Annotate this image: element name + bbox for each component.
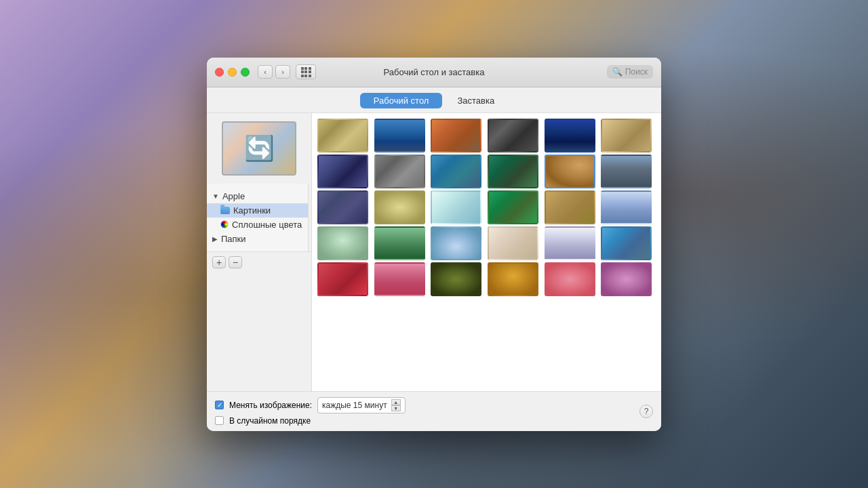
thumbnail-15[interactable] [431, 190, 481, 224]
thumbnail-9[interactable] [431, 155, 481, 188]
color-wheel-icon [220, 220, 229, 228]
sidebar-item-solid-colors[interactable]: Сплошные цвета [207, 218, 308, 232]
grid-view-button[interactable] [296, 64, 316, 79]
thumbnail-19[interactable] [317, 226, 368, 260]
thumbnail-11[interactable] [545, 155, 595, 188]
thumbnail-18[interactable] [601, 190, 652, 224]
maximize-button[interactable] [241, 68, 250, 77]
options-area: Менять изображение: каждые 15 минут ▲ ▼ … [215, 397, 406, 426]
preferences-window: ‹ › Рабочий стол и заставка 🔍 Поиск Рабо… [207, 58, 661, 431]
image-grid-area [312, 113, 661, 391]
thumbnail-5[interactable] [545, 119, 595, 152]
search-box[interactable]: 🔍 Поиск [607, 65, 653, 79]
thumbnail-8[interactable] [374, 155, 425, 188]
interval-value: каждые 15 минут [322, 401, 387, 410]
close-button[interactable] [215, 68, 224, 77]
thumbnail-3[interactable] [431, 119, 481, 152]
disclosure-icon: ▼ [212, 192, 219, 200]
thumbnail-26[interactable] [374, 262, 425, 296]
thumbnail-30[interactable] [601, 262, 652, 296]
tabbar: Рабочий стол Заставка [207, 87, 661, 113]
sidebar-solid-colors-label: Сплошные цвета [232, 220, 302, 230]
preview-thumbnail [222, 121, 296, 176]
window-title: Рабочий стол и заставка [384, 67, 485, 77]
interval-stepper[interactable]: ▲ ▼ [391, 399, 401, 411]
sidebar: ▼ Apple Картинки Сплошные цвета ▶ Папки [207, 184, 309, 251]
thumbnail-20[interactable] [374, 226, 425, 260]
change-image-label: Менять изображение: [229, 401, 312, 410]
thumbnail-23[interactable] [545, 226, 595, 260]
thumbnail-1[interactable] [317, 119, 368, 152]
thumbnail-10[interactable] [488, 155, 538, 188]
thumbnail-16[interactable] [488, 190, 538, 224]
random-order-checkbox[interactable] [215, 416, 224, 425]
thumbnail-6[interactable] [601, 119, 652, 152]
thumbnail-2[interactable] [374, 119, 425, 152]
folder-icon [220, 207, 230, 214]
thumbnail-4[interactable] [488, 119, 538, 152]
titlebar: ‹ › Рабочий стол и заставка 🔍 Поиск [207, 58, 661, 87]
forward-button[interactable]: › [275, 65, 290, 79]
stepper-down[interactable]: ▼ [391, 405, 401, 411]
bottom-bar: Менять изображение: каждые 15 минут ▲ ▼ … [207, 391, 661, 431]
back-button[interactable]: ‹ [258, 65, 273, 79]
content-area: ▼ Apple Картинки Сплошные цвета ▶ Папки … [207, 113, 661, 391]
random-order-label: В случайном порядке [229, 416, 311, 426]
thumbnail-22[interactable] [488, 226, 538, 260]
nav-buttons: ‹ › [258, 65, 290, 79]
change-image-row: Менять изображение: каждые 15 минут ▲ ▼ [215, 397, 406, 413]
thumbnail-24[interactable] [601, 226, 652, 260]
traffic-lights [215, 68, 250, 77]
add-button[interactable]: + [212, 256, 226, 268]
disclosure-icon-folders: ▶ [212, 235, 218, 243]
thumbnail-28[interactable] [488, 262, 538, 296]
sidebar-apple-label: Apple [222, 191, 245, 201]
add-remove-bar: + − [207, 251, 311, 272]
help-button[interactable]: ? [639, 405, 653, 418]
minimize-button[interactable] [228, 68, 237, 77]
preview-area [207, 113, 312, 184]
thumbnail-27[interactable] [431, 262, 481, 296]
thumbnail-12[interactable] [601, 155, 652, 188]
thumbnail-25[interactable] [317, 262, 368, 296]
sidebar-pictures-label: Картинки [233, 205, 271, 216]
tab-screensaver[interactable]: Заставка [443, 93, 508, 108]
thumbnail-13[interactable] [317, 190, 368, 224]
tab-desktop[interactable]: Рабочий стол [360, 93, 443, 108]
thumbnail-17[interactable] [545, 190, 595, 224]
stepper-up[interactable]: ▲ [391, 399, 401, 405]
sidebar-item-folders[interactable]: ▶ Папки [207, 232, 308, 246]
image-grid [315, 116, 658, 299]
thumbnail-7[interactable] [317, 155, 368, 188]
change-image-checkbox[interactable] [215, 401, 224, 409]
thumbnail-29[interactable] [545, 262, 595, 296]
sidebar-folders-label: Папки [221, 234, 246, 244]
random-order-row: В случайном порядке [215, 416, 406, 426]
sidebar-item-pictures[interactable]: Картинки [207, 203, 308, 218]
thumbnail-21[interactable] [431, 226, 481, 260]
grid-icon [301, 67, 311, 77]
search-icon: 🔍 [612, 67, 623, 77]
sidebar-item-apple[interactable]: ▼ Apple [207, 189, 308, 203]
thumbnail-14[interactable] [374, 190, 425, 224]
search-placeholder: Поиск [625, 67, 648, 77]
interval-select[interactable]: каждые 15 минут ▲ ▼ [317, 397, 406, 413]
remove-button[interactable]: − [229, 256, 242, 268]
